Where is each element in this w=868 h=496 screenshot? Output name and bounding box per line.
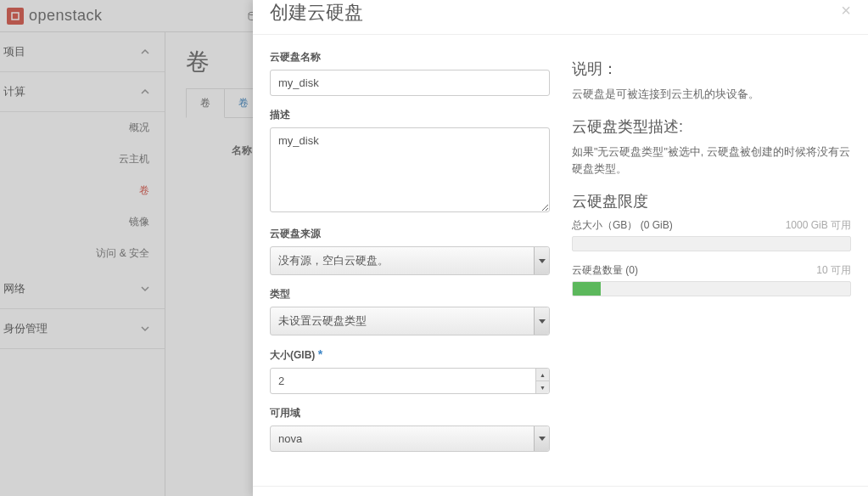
- info-column: 说明： 云硬盘是可被连接到云主机的块设备。 云硬盘类型描述: 如果"无云硬盘类型…: [572, 50, 851, 471]
- close-icon[interactable]: ×: [841, 2, 851, 19]
- volume-name-label: 云硬盘名称: [270, 50, 550, 65]
- quota-count-row: 云硬盘数量 (0) 10 可用: [572, 263, 851, 278]
- quota-size-available: 1000 GiB 可用: [786, 218, 851, 233]
- info-type-text: 如果"无云硬盘类型"被选中, 云硬盘被创建的时候将没有云硬盘类型。: [572, 144, 851, 178]
- info-desc-heading: 说明：: [572, 59, 851, 79]
- info-desc-text: 云硬盘是可被连接到云主机的块设备。: [572, 86, 851, 103]
- quota-count-label: 云硬盘数量: [572, 264, 623, 276]
- description-label: 描述: [270, 108, 550, 122]
- info-type-heading: 云硬盘类型描述:: [572, 116, 851, 137]
- source-select[interactable]: 没有源，空白云硬盘。: [270, 246, 550, 275]
- create-volume-modal: 创建云硬盘 × 云硬盘名称 描述 my_disk 云硬盘来源 没有源，空白云硬盘…: [253, 0, 868, 496]
- source-label: 云硬盘来源: [270, 227, 550, 241]
- type-label: 类型: [270, 287, 550, 302]
- quota-count-available: 10 可用: [816, 263, 851, 278]
- quota-size-row: 总大小（GB） (0 GiB) 1000 GiB 可用: [572, 218, 851, 233]
- az-select[interactable]: nova: [270, 426, 550, 452]
- quota-size-used: (0 GiB): [641, 219, 673, 231]
- az-label: 可用域: [270, 406, 550, 420]
- number-stepper[interactable]: ▲▼: [535, 369, 549, 393]
- size-label: 大小(GIB) *: [270, 347, 550, 363]
- modal-title: 创建云硬盘: [270, 0, 363, 25]
- modal-footer: [253, 486, 868, 496]
- type-select[interactable]: 未设置云硬盘类型: [270, 307, 550, 335]
- quota-count-used: (0): [625, 264, 638, 276]
- form-column: 云硬盘名称 描述 my_disk 云硬盘来源 没有源，空白云硬盘。 类型 未设置…: [270, 50, 550, 471]
- quota-size-bar: [572, 236, 851, 251]
- quota-size-label: 总大小（GB）: [572, 219, 637, 231]
- description-textarea[interactable]: my_disk: [270, 127, 550, 212]
- quota-count-bar: [572, 281, 851, 296]
- info-limit-heading: 云硬盘限度: [572, 191, 851, 211]
- volume-name-input[interactable]: [270, 70, 550, 96]
- size-input[interactable]: [270, 368, 550, 394]
- chevron-down-icon[interactable]: ▼: [536, 381, 549, 393]
- quota-count-fill: [573, 282, 601, 296]
- chevron-up-icon[interactable]: ▲: [536, 369, 549, 381]
